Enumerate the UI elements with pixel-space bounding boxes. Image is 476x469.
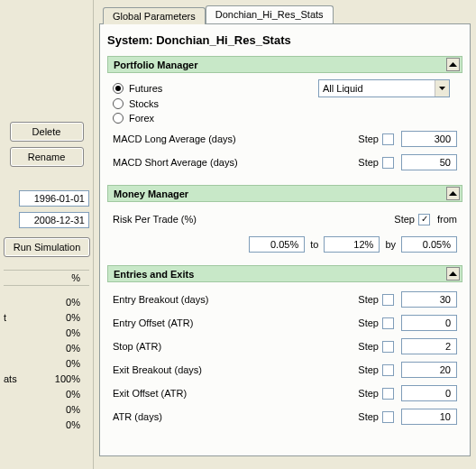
param-value[interactable]: 2 [401,338,457,354]
step-checkbox[interactable] [382,341,394,353]
row-value: 0% [66,310,80,326]
step-label: Step [394,214,415,225]
param-row: Entry Breakout (days)Step30 [113,288,457,311]
section-title-portfolio: Portfolio Manager [114,60,198,70]
macd-short-label: MACD Short Average (days) [113,157,358,168]
tab-global-parameters[interactable]: Global Parameters [103,7,206,24]
table-row: 0% [4,341,89,356]
radio-stocks[interactable] [113,98,124,109]
step-checkbox[interactable] [382,294,394,306]
section-title-entries: Entries and Exits [114,269,194,280]
step-checkbox[interactable] [382,388,394,400]
table-row: 0% [4,402,89,418]
section-header-portfolio: Portfolio Manager [107,56,462,73]
table-row: 0% [4,356,89,372]
row-value: 0% [66,387,80,402]
tab-donchian[interactable]: Donchian_Hi_Res_Stats [206,5,334,23]
table-row: 0% [4,326,89,341]
run-simulation-button[interactable]: Run Simulation [4,237,90,257]
rename-button[interactable]: Rename [10,147,84,167]
row-value: 0% [66,295,80,310]
param-row: Exit Breakout (days)Step20 [113,358,457,382]
risk-label: Risk Per Trade (%) [113,214,394,225]
macd-long-label: MACD Long Average (days) [113,133,358,144]
param-value[interactable]: 30 [401,291,457,308]
row-label: t [4,310,6,326]
start-date-field[interactable]: 1996-01-01 [19,190,89,207]
step-label: Step [358,317,379,328]
risk-by-value[interactable]: 0.05% [401,236,457,253]
param-value[interactable]: 10 [401,409,457,425]
param-value[interactable]: 0 [401,315,457,331]
row-value: 100% [55,372,80,387]
param-label: ATR (days) [113,411,358,422]
to-label: to [310,239,318,250]
collapse-icon[interactable] [446,267,460,280]
risk-to-value[interactable]: 12% [324,236,380,253]
by-label: by [385,239,396,250]
step-label: Step [358,133,379,144]
step-label: Step [358,157,379,168]
radio-futures-label: Futures [129,83,162,94]
radio-futures[interactable] [113,83,124,94]
step-checkbox[interactable] [382,364,394,376]
param-row: Stop (ATR)Step2 [113,335,457,358]
macd-short-value[interactable]: 50 [401,154,457,170]
table-row: 0% [4,387,89,402]
table-row: ats100% [4,372,89,387]
step-label: Step [358,364,379,375]
risk-step-checkbox[interactable] [418,214,430,225]
step-label: Step [358,388,379,399]
param-row: ATR (days)Step10 [113,405,457,428]
row-value: 0% [66,356,80,372]
macd-long-value[interactable]: 300 [401,131,457,147]
row-value: 0% [66,402,80,418]
param-label: Exit Offset (ATR) [113,388,358,399]
chevron-down-icon[interactable] [435,80,449,97]
macd-short-step-checkbox[interactable] [382,157,394,169]
end-date-field[interactable]: 2008-12-31 [19,212,89,228]
collapse-icon[interactable] [446,58,460,71]
param-value[interactable]: 20 [401,362,457,378]
param-row: Entry Offset (ATR)Step0 [113,311,457,335]
dropdown-value: All Liquid [323,83,363,94]
step-label: Step [358,411,379,422]
macd-long-step-checkbox[interactable] [382,133,394,145]
param-label: Exit Breakout (days) [113,364,358,375]
row-value: 0% [66,326,80,341]
row-label: ats [4,372,17,387]
table-row: 0% [4,295,89,310]
param-label: Stop (ATR) [113,341,358,352]
table-row: t0% [4,310,89,326]
step-label: Step [358,294,379,305]
param-label: Entry Breakout (days) [113,294,358,305]
radio-stocks-label: Stocks [129,98,159,109]
step-label: Step [358,341,379,352]
percent-column-header: % [4,270,89,286]
table-row: 0% [4,418,89,433]
radio-forex-label: Forex [129,113,154,124]
radio-forex[interactable] [113,113,124,124]
row-value: 0% [66,341,80,356]
section-header-entries: Entries and Exits [107,265,462,282]
section-title-money: Money Manager [114,189,188,199]
system-title: System: Donchian_Hi_Res_Stats [107,33,462,47]
section-header-money: Money Manager [107,185,462,202]
delete-button[interactable]: Delete [10,122,84,142]
param-row: Exit Offset (ATR)Step0 [113,382,457,405]
from-label: from [437,214,457,225]
row-value: 0% [66,418,80,433]
risk-from-value[interactable]: 0.05% [249,236,305,253]
market-dropdown[interactable]: All Liquid [318,79,450,97]
param-value[interactable]: 0 [401,385,457,401]
param-label: Entry Offset (ATR) [113,317,358,328]
collapse-icon[interactable] [446,187,460,200]
step-checkbox[interactable] [382,411,394,423]
step-checkbox[interactable] [382,317,394,329]
